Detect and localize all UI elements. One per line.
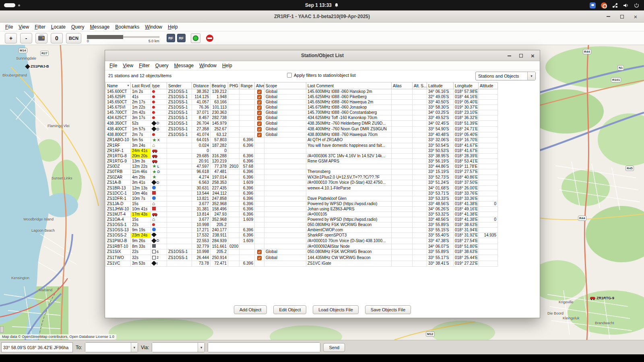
station-row-145.700CT[interactable]: 145.700CT2m 42sZS1OSS-137.071230.363Glob… bbox=[106, 110, 498, 115]
menu-help[interactable]: Help bbox=[165, 23, 181, 31]
print-button[interactable] bbox=[35, 33, 47, 43]
station-row-ZS0ZAR[interactable]: ZS0ZAR4m 29s★4.274197.0146.396WX3in1Plus… bbox=[106, 175, 498, 180]
station-row-ZS1OSS-1[interactable]: ZS1OSS-122s10.998205.2050.080MHz FSK WCR… bbox=[106, 222, 498, 228]
chevron-down-icon[interactable] bbox=[527, 72, 535, 80]
station-row-145.675VI[interactable]: 145.675VI1m 22sZS1OSS-176.36101.113Globa… bbox=[106, 105, 498, 110]
tray-app-blue-icon[interactable] bbox=[590, 2, 596, 8]
dialog-menu-filter[interactable]: Filter bbox=[136, 62, 153, 69]
clear-counter-button[interactable]: 0 bbox=[51, 33, 63, 43]
power-icon[interactable] bbox=[634, 3, 639, 8]
via-combobox[interactable] bbox=[152, 342, 205, 352]
station-row-ZS1TWO[interactable]: ZS1TWO32s2ZS1OSS-126.444250.914Global144… bbox=[106, 255, 498, 261]
to-input[interactable] bbox=[85, 343, 131, 352]
column-header-sender[interactable]: Sender bbox=[167, 82, 192, 89]
station-row-ZS1RBT-10[interactable]: ZS1RBT-108m 33s32.779151.6610200/A=00009… bbox=[106, 244, 498, 249]
dialog-menu-query[interactable]: Query bbox=[153, 62, 171, 69]
zoom-out-button[interactable]: - bbox=[20, 33, 32, 43]
station-row-ZS0TRB[interactable]: ZS0TRB11m 46s★D96.61847.4816.396Theronsb… bbox=[106, 169, 498, 175]
message-field[interactable] bbox=[208, 342, 320, 352]
station-row-145.600CT[interactable]: 145.600CT1m 2sZS1OSS-138.352139.212Globa… bbox=[106, 89, 498, 95]
column-header-range[interactable]: Range bbox=[239, 82, 255, 89]
column-header-type[interactable]: type bbox=[151, 82, 167, 89]
slider-fill[interactable] bbox=[87, 35, 123, 39]
station-row-ZS1SIX[interactable]: ZS1SIX22s6ZS1OSS-110.998205.2Global050.0… bbox=[106, 249, 498, 255]
dialog-menu-view[interactable]: View bbox=[120, 62, 136, 69]
column-header-bearing[interactable]: Bearing bbox=[211, 82, 228, 89]
column-header-alive[interactable]: Alive bbox=[255, 82, 264, 89]
station-marker-ZR1RTG-9[interactable]: ZR1RTG-9 bbox=[590, 296, 614, 300]
station-row-ZS1JA-D[interactable]: ZS1JA-D15s⌂3.677352.9686.396Powered by W… bbox=[106, 202, 498, 207]
station-row-145.650CT[interactable]: 145.650CT2m 17sZS1OSS-141.05763.166Globa… bbox=[106, 100, 498, 105]
chevron-down-icon[interactable] bbox=[198, 343, 204, 352]
column-header-scope[interactable]: Scope bbox=[264, 82, 306, 89]
station-row-438.350CT[interactable]: 438.350CT52sDZS1OSS-126.704145.979Global… bbox=[106, 121, 498, 127]
station-row-ZR1ABO-10[interactable]: ZR1ABO-105m 5s★X64.01557.8036.396At QTH … bbox=[106, 138, 498, 143]
save-objects-file-button[interactable]: Save Objects File bbox=[365, 305, 411, 314]
rf-port-1-icon[interactable]: RF bbox=[167, 34, 175, 42]
station-row-ZS1BR-13[interactable]: ZS1BR-1312m 13s30.631227.4356.396weewx-4… bbox=[106, 186, 498, 191]
station-row-ZS1DCC-1[interactable]: ZS1DCC-110m 46s13.544244.1126.39633° 53.… bbox=[106, 191, 498, 196]
station-row-434.625CT[interactable]: 434.625CT3m 17sZS1OSS-18.457282.738Globa… bbox=[106, 115, 498, 121]
column-header-longitude[interactable]: Longitude bbox=[454, 82, 479, 89]
chevron-down-icon[interactable] bbox=[131, 343, 138, 352]
column-header-name[interactable]: Name▼ bbox=[106, 82, 131, 89]
beacon-button[interactable]: BCN bbox=[66, 33, 81, 43]
list-mode-select[interactable]: Stations and Objects bbox=[475, 72, 536, 80]
station-row-145.625PI[interactable]: 145.625PI41sZS1OSS-1114.1251.948Global14… bbox=[106, 95, 498, 100]
menu-locate[interactable]: Locate bbox=[48, 23, 68, 31]
station-row-ZS1A-B[interactable]: ZS1A-B3m 41sD6.563258.3531.609/A=000010 … bbox=[106, 180, 498, 186]
map-scale-slider[interactable]: 0 5.0 km bbox=[87, 33, 159, 44]
map-scroll-corner[interactable] bbox=[0, 326, 4, 333]
menu-bookmarks[interactable]: Bookmarks bbox=[112, 23, 142, 31]
to-combobox[interactable] bbox=[85, 342, 138, 352]
send-button[interactable]: Send bbox=[323, 343, 345, 352]
station-table-wrap[interactable]: Name▼Last RcvdtypeSenderDistanceBearingP… bbox=[105, 82, 539, 300]
menu-window[interactable]: Window bbox=[142, 23, 165, 31]
station-row-ZS1MJT-4[interactable]: ZS1MJT-417m 43s13.814247.936.396/A=00010… bbox=[106, 212, 498, 217]
station-row-ZS0DZ[interactable]: ZS0DZ12m 22s★L47.59777.378291057.6833° 4… bbox=[106, 164, 498, 169]
column-header-distance[interactable]: Distance bbox=[192, 82, 211, 89]
edit-object-button[interactable]: Edit Object bbox=[273, 305, 306, 314]
station-row-438.800CT[interactable]: 438.800CT2m 7sZS1OSS-141.07463.12Global4… bbox=[106, 132, 498, 138]
station-row-438.400CT[interactable]: 438.400CT1m 57sDZS1OSS-127.358252.67Glob… bbox=[106, 126, 498, 132]
station-row-ZS1DFR-1[interactable]: ZS1DFR-110m 7s13.821247.8586.396Dave Pla… bbox=[106, 196, 498, 202]
maximize-button[interactable] bbox=[617, 12, 626, 21]
dialog-menu-message[interactable]: Message bbox=[171, 62, 197, 69]
column-header-altitude[interactable]: Altitude bbox=[479, 82, 498, 89]
transmit-inhibit-icon[interactable] bbox=[206, 35, 213, 42]
system-clock[interactable]: Sep 1 13:33 bbox=[0, 0, 644, 10]
dialog-menu-window[interactable]: Window bbox=[196, 62, 219, 69]
minimize-button[interactable] bbox=[604, 12, 613, 21]
station-row-ZS1VC[interactable]: ZS1VC3m 53sI73.7872.4716.396ZS1VC iGate3… bbox=[106, 261, 498, 267]
tray-app-orange-icon[interactable] bbox=[601, 2, 607, 8]
load-objects-file-button[interactable]: Load Objects File bbox=[313, 305, 359, 314]
close-button[interactable]: × bbox=[631, 12, 640, 21]
network-icon[interactable] bbox=[612, 3, 618, 8]
station-row-ZR1RTG-8[interactable]: ZR1RTG-820m 20s29.685316.2886.396/A=0003… bbox=[106, 153, 498, 158]
station-row-ZS1OA-4[interactable]: ZS1OA-415s⌂3.677352.9681.609Powered by W… bbox=[106, 217, 498, 222]
station-row-ZS1PWJ-B[interactable]: ZS1PWJ-B9m 26sD22.553284.9391.609/A=0000… bbox=[106, 238, 498, 244]
dialog-titlebar[interactable]: Station/Object List × bbox=[105, 50, 540, 61]
column-header-alias[interactable]: Alias bbox=[392, 82, 413, 89]
dialog-menu-file[interactable]: File bbox=[107, 62, 120, 69]
station-row-ZS1OSS-2[interactable]: ZS1OSS-223m 24s17.532238.9116.396SharkRF… bbox=[106, 233, 498, 238]
volume-icon[interactable] bbox=[623, 3, 629, 8]
station-row-ZR1RF-1[interactable]: ZR1RF-124m 41s0033° 50.53'S018° 41.67'E bbox=[106, 148, 498, 153]
column-header-phg[interactable]: PHG bbox=[228, 82, 239, 89]
via-input[interactable] bbox=[152, 343, 198, 352]
station-row-ZS1JHW-10[interactable]: ZS1JHW-1010m 41s31.381158.4966.396Johan … bbox=[106, 207, 498, 212]
station-row-ZR1RTG-9[interactable]: ZR1RTG-913m 3s20.91120.2196.396Rene GSM … bbox=[106, 158, 498, 164]
dialog-close-button[interactable]: × bbox=[529, 52, 537, 60]
column-header-last-rcvd[interactable]: Last Rcvd bbox=[131, 82, 151, 89]
station-row-ZS1OSS-13[interactable]: ZS1OSS-139m 19s17.271240.1776.396Ambient… bbox=[106, 228, 498, 233]
add-object-button[interactable]: Add Object bbox=[234, 305, 267, 314]
dialog-maximize-button[interactable] bbox=[517, 52, 525, 60]
column-header-last-comment[interactable]: Last Comment bbox=[306, 82, 392, 89]
station-row-ZR1RF[interactable]: ZR1RF3m 24s⌂0.024187.2826.396You will ha… bbox=[106, 143, 498, 148]
column-header-alt-s[interactable]: Alt. S... bbox=[413, 82, 427, 89]
menu-view[interactable]: View bbox=[16, 23, 32, 31]
menu-query[interactable]: Query bbox=[68, 23, 87, 31]
window-titlebar[interactable]: ZR1RF-1 - YAAC 1.0-beta210(09-Apr-2025) … bbox=[0, 10, 644, 23]
dialog-minimize-button[interactable] bbox=[506, 52, 513, 60]
rf-port-2-icon[interactable]: RF bbox=[177, 34, 186, 42]
